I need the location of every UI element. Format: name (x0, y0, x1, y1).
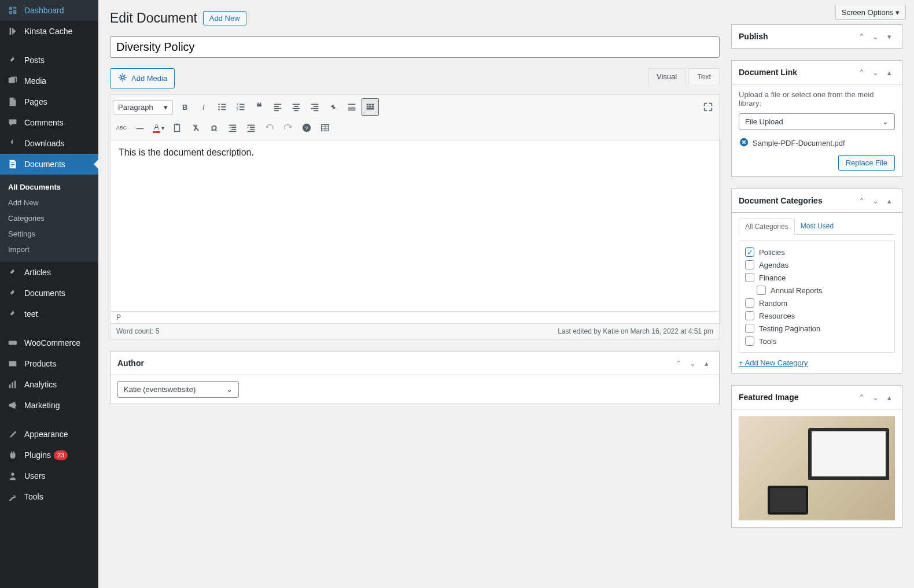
add-media-button[interactable]: Add Media (110, 68, 175, 88)
checkbox-icon[interactable] (745, 311, 754, 320)
editor-tab-visual[interactable]: Visual (648, 68, 686, 84)
hr-button[interactable]: — (131, 119, 149, 136)
toggle-icon[interactable]: ▴ (883, 391, 895, 403)
outdent-button[interactable] (224, 119, 241, 136)
add-new-button[interactable]: Add New (203, 11, 246, 25)
align-left-button[interactable] (269, 98, 286, 116)
clear-format-button[interactable] (187, 119, 204, 136)
move-down-icon[interactable]: ⌄ (869, 66, 881, 78)
category-item[interactable]: ✓Policies (745, 246, 889, 258)
paste-text-button[interactable] (168, 119, 186, 136)
sidebar-item-posts[interactable]: Posts (0, 50, 98, 71)
help-button[interactable]: ? (298, 119, 315, 136)
sidebar-item-pages[interactable]: Pages (0, 91, 98, 112)
sidebar-item-dashboard[interactable]: Dashboard (0, 0, 98, 21)
sidebar-item-tools[interactable]: Tools (0, 486, 98, 507)
checkbox-icon[interactable] (745, 260, 754, 269)
category-item[interactable]: Tools (745, 335, 889, 347)
submenu-import[interactable]: Import (0, 242, 98, 257)
checkbox-icon[interactable] (745, 298, 754, 308)
featured-image-thumbnail[interactable] (739, 416, 895, 520)
category-item[interactable]: Resources (745, 309, 889, 322)
remove-file-icon[interactable] (739, 137, 749, 149)
svg-rect-5 (12, 382, 13, 388)
more-button[interactable] (343, 98, 360, 116)
sidebar-item-documents2[interactable]: Documents (0, 283, 98, 304)
sidebar-item-comments[interactable]: Comments (0, 112, 98, 133)
file-upload-select[interactable]: File Upload ⌄ (739, 113, 895, 130)
strikethrough-button[interactable]: ABC (113, 119, 130, 136)
number-list-button[interactable]: 123 (232, 98, 249, 116)
move-up-icon[interactable]: ⌃ (856, 66, 867, 78)
move-down-icon[interactable]: ⌄ (687, 357, 698, 369)
checkbox-icon[interactable] (745, 273, 754, 282)
indent-button[interactable] (242, 119, 260, 136)
svg-rect-43 (366, 108, 374, 110)
quote-button[interactable]: ❝ (250, 98, 268, 116)
move-up-icon[interactable]: ⌃ (856, 195, 867, 206)
featured-image-metabox: Featured Image ⌃ ⌄ ▴ (731, 385, 902, 528)
svg-rect-34 (348, 106, 355, 106)
special-char-button[interactable]: Ω (205, 119, 223, 136)
cat-tab-all[interactable]: All Categories (739, 219, 795, 235)
italic-button[interactable]: I (195, 98, 212, 116)
bullet-list-button[interactable] (213, 98, 231, 116)
sidebar-item-documents[interactable]: Documents (0, 154, 98, 175)
editor-content[interactable]: This is the document description. (110, 140, 719, 311)
screen-options-button[interactable]: Screen Options ▾ (835, 6, 906, 20)
category-item[interactable]: Finance (745, 271, 889, 284)
link-button[interactable] (325, 98, 342, 116)
move-down-icon[interactable]: ⌄ (869, 391, 881, 403)
sidebar-item-users[interactable]: Users (0, 465, 98, 486)
sidebar-item-kinsta[interactable]: Kinsta Cache (0, 21, 98, 42)
category-item[interactable]: Testing Pagination (745, 322, 889, 335)
sidebar-item-articles[interactable]: Articles (0, 262, 98, 283)
toolbar-toggle-button[interactable] (362, 98, 379, 116)
checkbox-icon[interactable] (745, 336, 754, 346)
category-item[interactable]: Random (745, 297, 889, 309)
redo-button[interactable] (279, 119, 297, 136)
sidebar-item-media[interactable]: Media (0, 71, 98, 91)
text-color-button[interactable]: A▾ (150, 119, 167, 136)
checkbox-icon[interactable] (745, 324, 754, 333)
undo-button[interactable] (261, 119, 278, 136)
toggle-icon[interactable]: ▴ (883, 66, 895, 78)
bold-button[interactable]: B (176, 98, 194, 116)
move-down-icon[interactable]: ⌄ (869, 31, 881, 42)
checkbox-icon[interactable] (757, 286, 766, 295)
add-category-link[interactable]: + Add New Category (739, 358, 808, 367)
sidebar-item-plugins[interactable]: Plugins 23 (0, 445, 98, 465)
sidebar-item-woocommerce[interactable]: WooCommerce (0, 332, 98, 353)
sidebar-item-teet[interactable]: teet (0, 304, 98, 324)
format-select[interactable]: Paragraph ▾ (113, 100, 173, 114)
editor-tab-text[interactable]: Text (688, 68, 720, 84)
replace-file-button[interactable]: Replace File (838, 155, 895, 171)
svg-rect-28 (294, 110, 298, 111)
toggle-icon[interactable]: ▾ (883, 31, 895, 42)
sidebar-item-downloads[interactable]: Downloads (0, 133, 98, 154)
submenu-settings[interactable]: Settings (0, 226, 98, 242)
move-up-icon[interactable]: ⌃ (673, 357, 684, 369)
checkbox-checked-icon[interactable]: ✓ (745, 247, 754, 257)
category-item[interactable]: Annual Reports (745, 284, 889, 297)
move-up-icon[interactable]: ⌃ (856, 31, 867, 42)
sidebar-item-analytics[interactable]: Analytics (0, 374, 98, 395)
submenu-categories[interactable]: Categories (0, 210, 98, 226)
document-title-input[interactable] (110, 36, 720, 58)
category-item[interactable]: Agendas (745, 258, 889, 271)
sidebar-item-appearance[interactable]: Appearance (0, 424, 98, 445)
sidebar-item-marketing[interactable]: Marketing (0, 395, 98, 416)
table-button[interactable] (316, 119, 334, 136)
align-center-button[interactable] (288, 98, 305, 116)
fullscreen-button[interactable] (699, 98, 717, 116)
move-down-icon[interactable]: ⌄ (869, 195, 881, 206)
toggle-icon[interactable]: ▴ (883, 195, 895, 206)
submenu-all-documents[interactable]: All Documents (0, 179, 98, 195)
toggle-icon[interactable]: ▴ (701, 357, 712, 369)
submenu-add-new[interactable]: Add New (0, 195, 98, 210)
move-up-icon[interactable]: ⌃ (856, 391, 867, 403)
align-right-button[interactable] (306, 98, 323, 116)
sidebar-item-products[interactable]: Products (0, 353, 98, 374)
cat-tab-most[interactable]: Most Used (795, 219, 839, 234)
author-select[interactable]: Katie (eventswebsite) ⌄ (117, 381, 239, 398)
